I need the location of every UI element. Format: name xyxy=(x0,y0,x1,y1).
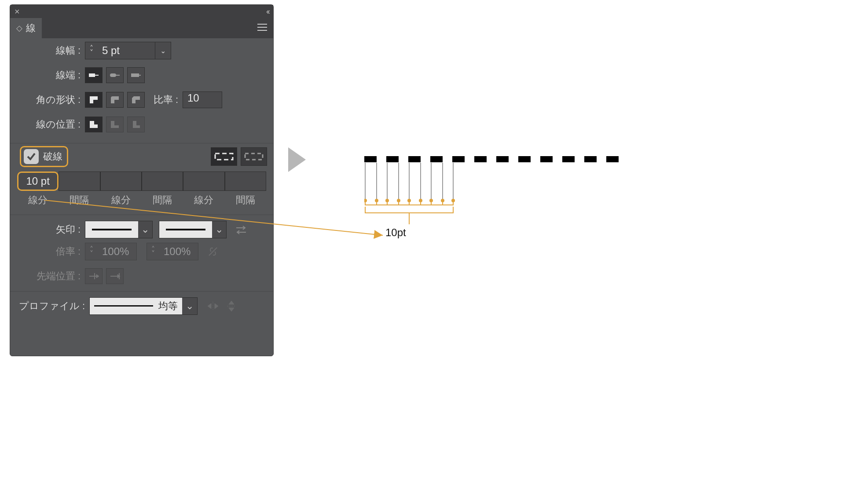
svg-point-56 xyxy=(441,199,444,202)
dash-field-3[interactable] xyxy=(142,172,183,191)
chevron-down-icon[interactable]: ⌄ xyxy=(138,221,152,238)
tab-size-icon: ◇ xyxy=(16,23,22,33)
svg-marker-29 xyxy=(229,301,234,304)
chevron-down-icon[interactable]: ⌄ xyxy=(212,221,226,238)
dash-field-5[interactable] xyxy=(225,172,266,191)
svg-point-53 xyxy=(407,199,411,202)
swap-arrows-icon[interactable] xyxy=(234,222,249,237)
row-scale: 倍率 : ˄˅ 100% ˄˅ 100% xyxy=(10,239,273,264)
cap-butt-button[interactable] xyxy=(85,67,103,83)
dashed-label: 破線 xyxy=(43,150,62,163)
svg-point-49 xyxy=(364,199,367,202)
dash-field-4[interactable] xyxy=(183,172,224,191)
label-miter-ratio: 比率 : xyxy=(145,93,183,106)
svg-rect-5 xyxy=(110,73,116,77)
close-icon[interactable]: × xyxy=(15,7,20,17)
svg-point-52 xyxy=(397,199,400,202)
link-scale-icon xyxy=(205,244,220,259)
panel-tabbar: ◇ 線 xyxy=(10,18,273,38)
dash-field-1[interactable] xyxy=(59,172,100,191)
svg-point-57 xyxy=(451,199,455,202)
dash-align-button[interactable] xyxy=(241,147,267,166)
svg-rect-10 xyxy=(90,124,98,128)
svg-point-54 xyxy=(419,199,422,202)
corner-round-button[interactable] xyxy=(106,92,124,108)
tab-stroke[interactable]: ◇ 線 xyxy=(10,18,42,38)
label-tip: 先端位置 : xyxy=(15,270,85,283)
svg-point-55 xyxy=(429,199,433,202)
svg-point-51 xyxy=(385,199,389,202)
svg-marker-30 xyxy=(229,308,234,311)
profile-select[interactable]: 均等 ⌄ xyxy=(89,297,198,315)
svg-rect-14 xyxy=(133,125,140,128)
dash-grid: 10 pt線分 間隔 線分 間隔 線分 間隔 xyxy=(10,172,273,207)
label-profile: プロファイル : xyxy=(15,299,89,313)
arrow-end-select[interactable]: ⌄ xyxy=(159,221,227,238)
chevron-down-icon[interactable]: ⌄ xyxy=(155,42,171,59)
align-center-button[interactable] xyxy=(85,117,103,132)
label-arrows: 矢印 : xyxy=(15,223,85,236)
svg-point-50 xyxy=(375,199,378,202)
svg-rect-8 xyxy=(137,75,141,76)
svg-rect-6 xyxy=(116,75,120,76)
dash-label-2: 線分 xyxy=(100,191,142,207)
svg-rect-15 xyxy=(215,153,233,160)
panel-title: 線 xyxy=(26,22,36,35)
dash-label-3: 間隔 xyxy=(142,191,183,207)
dash-label-5: 間隔 xyxy=(225,191,266,207)
dashed-checkbox[interactable] xyxy=(24,149,39,164)
arrow-start-select[interactable]: ⌄ xyxy=(85,221,153,238)
annotation-label: 10pt xyxy=(385,226,406,239)
row-cap: 線端 : xyxy=(10,63,273,88)
svg-rect-4 xyxy=(95,75,99,76)
label-scale: 倍率 : xyxy=(15,245,85,258)
row-profile: プロファイル : 均等 ⌄ xyxy=(10,291,273,316)
svg-rect-3 xyxy=(89,73,95,77)
label-cap: 線端 : xyxy=(15,69,85,82)
weight-input[interactable]: ˄˅ 5 pt ⌄ xyxy=(85,42,171,59)
corner-bevel-button[interactable] xyxy=(127,92,145,108)
row-corner: 角の形状 : 比率 : 10 xyxy=(10,88,273,112)
result-arrow-icon xyxy=(288,147,306,172)
flip-vertical-icon xyxy=(224,299,239,314)
svg-rect-16 xyxy=(245,153,263,160)
dash-preserve-button[interactable] xyxy=(211,147,237,166)
chevron-down-icon[interactable]: ⌄ xyxy=(182,298,197,314)
dash-label-0: 線分 xyxy=(17,191,59,207)
row-weight: 線幅 : ˄˅ 5 pt ⌄ xyxy=(10,38,273,63)
dash-label-1: 間隔 xyxy=(59,191,100,207)
dash-field-2[interactable] xyxy=(100,172,142,191)
svg-marker-27 xyxy=(215,303,218,309)
dash-label-4: 線分 xyxy=(183,191,224,207)
corner-miter-button[interactable] xyxy=(85,92,103,108)
dash-field-0[interactable]: 10 pt xyxy=(17,172,59,191)
cap-round-button[interactable] xyxy=(106,67,124,83)
tip-place-button xyxy=(106,268,124,284)
svg-marker-21 xyxy=(96,274,99,278)
miter-ratio-input[interactable]: 10 xyxy=(183,91,222,108)
row-dashed: 破線 xyxy=(10,143,273,172)
align-inside-button xyxy=(106,117,124,132)
collapse-icon[interactable]: ‹‹ xyxy=(266,7,269,16)
row-align: 線の位置 : xyxy=(10,112,273,137)
scale-end-input: ˄˅ 100% xyxy=(147,243,198,260)
row-arrows: 矢印 : ⌄ ⌄ xyxy=(10,215,273,239)
svg-rect-12 xyxy=(111,125,119,128)
label-weight: 線幅 : xyxy=(15,44,85,57)
stepper-icon[interactable]: ˄˅ xyxy=(85,45,98,56)
weight-value[interactable]: 5 pt xyxy=(98,44,155,57)
flip-horizontal-icon xyxy=(205,299,220,314)
dashed-highlight: 破線 xyxy=(20,146,68,167)
svg-rect-18 xyxy=(166,229,205,230)
measurement-diagram xyxy=(364,163,457,237)
label-corner: 角の形状 : xyxy=(15,93,85,106)
scale-start-input: ˄˅ 100% xyxy=(85,243,137,260)
svg-marker-26 xyxy=(208,303,211,309)
stroke-panel: × ‹‹ ◇ 線 線幅 : ˄˅ 5 pt ⌄ 線端 : xyxy=(10,4,274,356)
row-tip: 先端位置 : xyxy=(10,264,273,289)
cap-square-button[interactable] xyxy=(127,67,145,83)
svg-rect-17 xyxy=(92,229,132,230)
align-outside-button xyxy=(127,117,145,132)
panel-menu-icon[interactable] xyxy=(257,22,267,34)
dashed-line-preview xyxy=(364,156,619,162)
